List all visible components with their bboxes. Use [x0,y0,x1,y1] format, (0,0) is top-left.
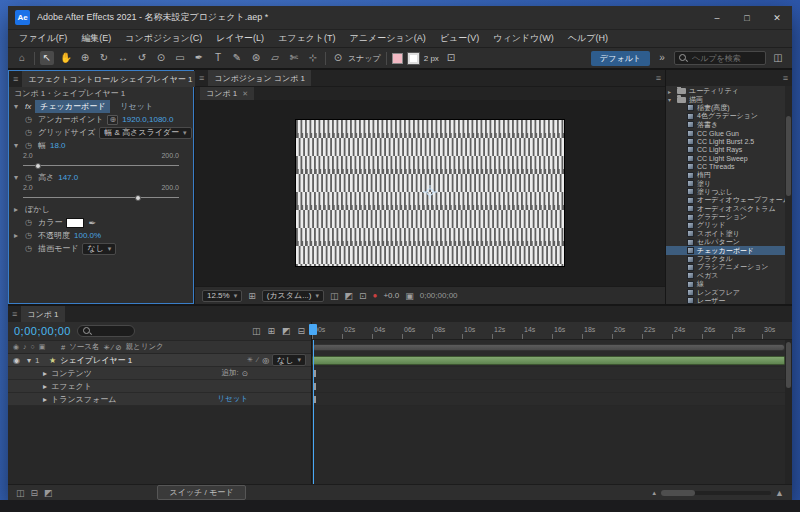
height-value[interactable]: 147.0 [58,173,78,182]
effects-scrollbar[interactable] [785,86,792,304]
close-icon[interactable]: ✕ [242,90,248,98]
menu-item[interactable]: ヘルプ(H) [561,32,615,45]
type-tool-icon[interactable]: T [211,51,225,65]
group-row-effects[interactable]: ▸ エフェクト [8,380,311,393]
twirl-closed-icon[interactable]: ▸ [14,205,21,214]
effect-name[interactable]: チェッカーボード [35,100,110,113]
effects-list-item[interactable]: 線 [666,280,785,288]
work-area-bar[interactable] [312,344,785,351]
pan-behind-tool-icon[interactable]: ⊙ [154,51,168,65]
group-label[interactable]: コンテンツ [51,368,92,379]
tab-comp-1[interactable]: コンポ 1 [21,306,64,322]
layer-name[interactable]: シェイプレイヤー 1 [60,355,132,366]
resolution-dropdown[interactable]: (カスタム...) ▾ [262,290,324,302]
twirl-closed-icon[interactable]: ▸ [43,382,47,391]
twirl-open-icon[interactable]: ▾ [14,173,21,182]
draft-3d-icon[interactable]: ⊞ [267,326,275,336]
fill-color-swatch[interactable] [392,53,403,64]
snapshot-camera-icon[interactable]: ▣ [405,291,414,301]
effect-point-button[interactable]: ⊕ [107,115,118,125]
current-time-indicator[interactable] [313,340,314,484]
color-swatch[interactable] [66,218,84,228]
composition-viewport[interactable] [195,100,665,286]
effects-list-item[interactable]: 楕円 [666,171,785,179]
twirl-open-icon[interactable]: ▾ [27,356,31,365]
slider-knob[interactable] [135,195,141,201]
channel-icon[interactable]: ● [373,291,378,300]
effects-list-item[interactable]: CC Light Rays [666,146,785,154]
effects-list-item[interactable]: 落書き [666,121,785,129]
in-point-marker[interactable] [314,383,316,390]
effect-anchor-point[interactable] [423,185,437,201]
zoom-slider[interactable] [661,491,771,495]
solo-column-icon[interactable]: ○ [31,343,35,351]
frame-blend-icon[interactable]: ◩ [282,326,291,336]
twirl-icon[interactable]: ▾ [668,96,674,103]
eraser-tool-icon[interactable]: ▱ [268,51,282,65]
mask-visibility-icon[interactable]: ⊡ [359,291,367,301]
width-slider[interactable] [23,161,179,171]
zoom-in-mountain-icon[interactable]: ▲ [775,488,784,498]
slider-knob[interactable] [35,163,41,169]
effects-list-item[interactable]: 稲妻(高度) [666,104,785,112]
timeline-search-input[interactable] [95,328,135,335]
in-point-marker[interactable] [314,396,316,403]
effects-list-item[interactable]: 4色グラデーション [666,112,785,120]
brush-tool-icon[interactable]: ✎ [230,51,244,65]
opacity-value[interactable]: 100.0% [74,231,101,240]
menu-item[interactable]: エフェクト(T) [271,32,343,45]
twirl-closed-icon[interactable]: ▸ [14,231,21,240]
current-timecode[interactable]: 0;00;00;00 [14,325,71,337]
menu-item[interactable]: アニメーション(A) [343,32,433,45]
tab-composition[interactable]: コンポジション コンポ 1 [208,70,311,86]
audio-column-icon[interactable]: ♪ [23,343,27,351]
exposure-value[interactable]: +0.0 [383,291,399,300]
twirl-open-icon[interactable]: ▾ [14,141,21,150]
panel-menu-icon[interactable]: ≡ [13,74,18,84]
motion-blur-icon[interactable]: ⊟ [297,326,305,336]
stopwatch-icon[interactable]: ◷ [25,244,34,253]
snap-toggle[interactable]: ⊙ スナップ [331,51,381,65]
menu-item[interactable]: コンポジション(C) [118,32,209,45]
grid-guides-icon[interactable]: ⊞ [248,291,256,301]
effects-list-item[interactable]: ブラシアニメーション [666,263,785,271]
workspace-overflow-icon[interactable]: » [655,51,669,65]
menu-item[interactable]: ウィンドウ(W) [486,32,561,45]
time-ruler[interactable]: 00s02s04s06s08s10s12s14s16s18s20s22s24s2… [312,322,792,340]
group-row-transform[interactable]: ▸ トランスフォーム リセット [8,393,311,406]
shape-options-icon[interactable]: ⊡ [444,51,458,65]
expand-transfer-icon[interactable]: ⊟ [31,488,39,498]
stroke-width-value[interactable]: 2 px [424,54,439,63]
clone-stamp-tool-icon[interactable]: ⊛ [249,51,263,65]
group-row-contents[interactable]: ▸ コンテンツ 追加: ⊙ [8,367,311,380]
effect-header-row[interactable]: ▾ fx チェッカーボード リセット [9,100,193,113]
panel-menu-icon[interactable]: ≡ [783,73,788,83]
effects-list-item[interactable]: CC Threads [666,163,785,171]
menu-item[interactable]: 編集(E) [74,32,118,45]
maximize-button[interactable]: □ [732,6,762,29]
stopwatch-icon[interactable]: ◷ [25,128,34,137]
stroke-color-swatch[interactable] [408,53,419,64]
shape-tool-icon[interactable]: ▭ [173,51,187,65]
effects-list-item[interactable]: グリッド [666,221,785,229]
effects-list-item[interactable]: グラデーション [666,213,785,221]
effects-list-item[interactable]: オーディオウェーブフォーム [666,196,785,204]
effects-list-item[interactable]: スポイト塗り [666,230,785,238]
panel-menu-icon[interactable]: ≡ [656,73,661,83]
group-label[interactable]: エフェクト [51,381,92,392]
effects-list-item[interactable]: チェッカーボード [666,246,785,254]
panel-menu-icon[interactable]: ≡ [199,73,204,83]
effect-reset-link[interactable]: リセット [120,101,153,112]
scrollbar-thumb[interactable] [786,116,791,196]
close-button[interactable]: ✕ [762,6,792,29]
menu-item[interactable]: ファイル(F) [12,32,74,45]
puppet-pin-tool-icon[interactable]: ⊹ [306,51,320,65]
eyedropper-icon[interactable]: ✒ [88,218,96,228]
stopwatch-icon[interactable]: ◷ [25,141,34,150]
roto-brush-tool-icon[interactable]: ✄ [287,51,301,65]
viewer-tab[interactable]: コンポ 1 ✕ [200,87,254,100]
add-target-icon[interactable]: ⊙ [242,369,248,378]
parent-dropdown[interactable]: なし ▾ [272,354,306,366]
menu-item[interactable]: レイヤー(L) [209,32,271,45]
transparency-grid-icon[interactable]: ◩ [345,291,354,301]
